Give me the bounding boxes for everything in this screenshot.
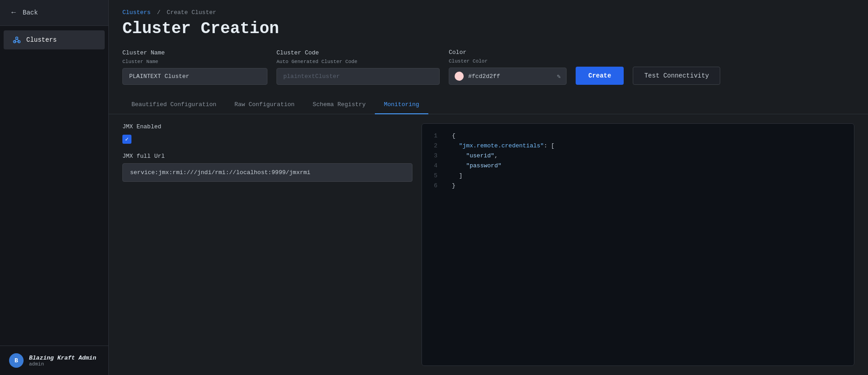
- code-line-4: "password": [452, 161, 847, 171]
- jmx-enabled-checkbox-wrapper[interactable]: ✓: [122, 135, 412, 144]
- back-arrow-icon: ←: [9, 8, 18, 17]
- user-info: Blazing Kraft Admin admin: [29, 355, 96, 367]
- line-num-4: 4: [429, 161, 437, 171]
- tab-raw[interactable]: Raw Configuration: [225, 96, 304, 114]
- back-button[interactable]: ← Back: [0, 0, 108, 26]
- tab-schema-registry[interactable]: Schema Registry: [304, 96, 375, 114]
- code-line-2: "jmx.remote.credentials": [: [452, 141, 847, 151]
- line-num-3: 3: [429, 151, 437, 161]
- color-group: Color Cluster Color #fcd2d2ff ✎: [449, 49, 567, 85]
- jmx-enabled-checkbox[interactable]: ✓: [122, 135, 131, 144]
- sidebar: ← Back Clusters B Blazing Kraft Admin: [0, 0, 109, 375]
- top-section: Clusters / Create Cluster Cluster Creati…: [109, 0, 868, 96]
- breadcrumb-clusters-link[interactable]: Clusters: [122, 9, 150, 16]
- test-connectivity-button[interactable]: Test Connectivity: [633, 67, 720, 85]
- jmx-enabled-label: JMX Enabled: [122, 123, 412, 130]
- tab-monitoring[interactable]: Monitoring: [375, 96, 428, 114]
- color-dot: [455, 72, 464, 81]
- code-line-6: }: [452, 181, 847, 191]
- svg-line-3: [15, 39, 17, 41]
- cluster-code-input[interactable]: [276, 68, 440, 85]
- code-panel: 1 2 3 4 5 6 { "jmx.remote.credentials": …: [422, 123, 854, 366]
- create-button[interactable]: Create: [576, 67, 624, 85]
- code-editor: 1 2 3 4 5 6 { "jmx.remote.credentials": …: [422, 124, 854, 365]
- code-line-5: ]: [452, 171, 847, 181]
- svg-point-0: [16, 37, 18, 39]
- cluster-name-group: Cluster Name Cluster Name: [122, 49, 267, 85]
- color-picker-row[interactable]: #fcd2d2ff ✎: [449, 68, 567, 85]
- user-role: admin: [29, 361, 96, 367]
- code-content: { "jmx.remote.credentials": [ "userid", …: [445, 131, 854, 358]
- color-sublabel: Cluster Color: [449, 58, 567, 64]
- code-line-1: {: [452, 131, 847, 141]
- clusters-icon: [13, 36, 21, 44]
- left-panel: JMX Enabled ✓ JMX full Url: [122, 123, 412, 366]
- line-num-2: 2: [429, 141, 437, 151]
- edit-color-icon[interactable]: ✎: [557, 73, 561, 80]
- sidebar-item-clusters[interactable]: Clusters: [4, 30, 105, 49]
- main-content: Clusters / Create Cluster Cluster Creati…: [109, 0, 868, 375]
- code-line-3: "userid",: [452, 151, 847, 161]
- user-name: Blazing Kraft Admin: [29, 355, 96, 361]
- line-num-5: 5: [429, 171, 437, 181]
- checkmark-icon: ✓: [125, 136, 129, 143]
- color-label: Color: [449, 49, 567, 56]
- cluster-code-group: Cluster Code Auto Generated Cluster Code: [276, 49, 440, 85]
- sidebar-clusters-label: Clusters: [26, 36, 57, 44]
- form-row: Cluster Name Cluster Name Cluster Code A…: [122, 49, 854, 85]
- cluster-code-label: Cluster Code: [276, 49, 440, 56]
- jmx-url-label: JMX full Url: [122, 153, 412, 160]
- breadcrumb-current: Create Cluster: [167, 9, 216, 16]
- tabs-bar: Beautified Configuration Raw Configurati…: [109, 96, 868, 114]
- sidebar-nav: Clusters: [0, 26, 108, 346]
- line-num-1: 1: [429, 131, 437, 141]
- breadcrumb: Clusters / Create Cluster: [122, 9, 854, 16]
- cluster-name-sublabel: Cluster Name: [122, 59, 267, 64]
- avatar: B: [9, 353, 24, 368]
- breadcrumb-separator: /: [157, 9, 160, 16]
- jmx-url-input[interactable]: [122, 163, 412, 182]
- cluster-code-sublabel: Auto Generated Cluster Code: [276, 59, 440, 64]
- back-label: Back: [23, 9, 38, 16]
- content-area: JMX Enabled ✓ JMX full Url 1 2 3 4 5 6: [109, 114, 868, 375]
- sidebar-footer: B Blazing Kraft Admin admin: [0, 346, 108, 375]
- svg-line-4: [17, 39, 19, 41]
- line-num-6: 6: [429, 181, 437, 191]
- cluster-name-input[interactable]: [122, 68, 267, 85]
- page-title: Cluster Creation: [122, 19, 854, 38]
- tab-beautified[interactable]: Beautified Configuration: [122, 96, 225, 114]
- line-numbers: 1 2 3 4 5 6: [422, 131, 445, 358]
- cluster-name-label: Cluster Name: [122, 49, 267, 56]
- color-value: #fcd2d2ff: [468, 73, 553, 80]
